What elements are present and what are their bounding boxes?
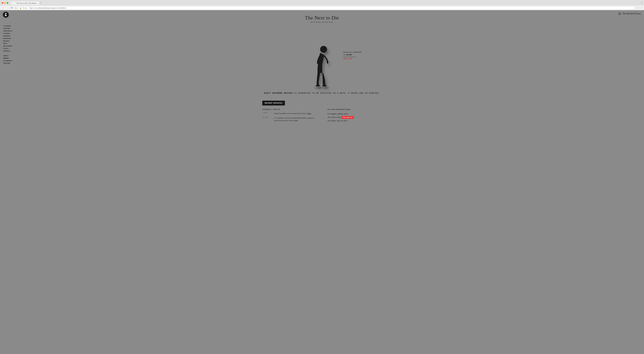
countdown-section: SCOTT RAYMOND DOZIER IS SCHEDULED TO BE … [264, 92, 380, 94]
annotation-line2: in Nevada [344, 54, 361, 56]
update-time-1: 1:54am [262, 112, 270, 114]
tab-title: The Next to Die | The Marsh... [16, 2, 38, 4]
url-display: https://www.themarshallproject.org/next-… [30, 7, 66, 9]
address-bar[interactable]: 🔒 Secure | https://www.themarshallprojec… [18, 6, 635, 9]
condemned-name: SCOTT RAYMOND DOZIER [264, 92, 292, 94]
sidebar-item-embed[interactable]: EMBED [3, 57, 16, 59]
browser-titlebar: 📄 The Next to Die | The Marsh... ✕ + ⠿ [0, 0, 644, 6]
sidebar-links: ABOUT EMBED FACEBOOK TWITTER [3, 55, 16, 64]
execution-annotation: Execution scheduled in Nevada READ MORE [344, 51, 361, 60]
sidebar-item-alabama[interactable]: ALABAMA [3, 25, 16, 27]
countdown-text: IS SCHEDULED TO BE EXECUTED IN [294, 92, 337, 94]
update-more-link-1[interactable]: More [308, 112, 311, 114]
sidebar-item-ohio[interactable]: OHIO [3, 43, 16, 44]
twitter-intro: For regular updates from [328, 113, 348, 115]
update-text-1: Danny Paul Bible was executed today in T… [274, 112, 311, 115]
traffic-lights [2, 2, 8, 4]
figure-section: Execution scheduled in Nevada READ MORE [275, 35, 369, 89]
page-subtitle: WATCHING DEATH ROW [0, 21, 644, 23]
refresh-button[interactable]: ↻ [10, 6, 14, 9]
sidebar: ALABAMA ARIZONA ARKANSAS FLORIDA GEORGIA… [0, 12, 19, 70]
svg-point-3 [322, 85, 326, 86]
maximize-button[interactable] [6, 2, 8, 4]
sidebar-item-about[interactable]: ABOUT [3, 55, 16, 56]
svg-point-2 [316, 85, 320, 86]
url-separator: | [28, 7, 28, 9]
sidebar-item-facebook[interactable]: FACEBOOK [3, 60, 16, 61]
update-item-1: 1:54am → Danny Paul Bible was executed t… [262, 112, 316, 115]
tab-favicon: 📄 [13, 2, 15, 4]
sidebar-item-nevada[interactable]: NEVADA [3, 40, 16, 42]
sidebar-item-twitter[interactable]: TWITTER [3, 62, 16, 64]
browser-addressbar: ← → ↻ ⌂ 🔒 Secure | https://www.themarsha… [0, 6, 644, 10]
sidebar-item-texas[interactable]: TEXAS [3, 48, 16, 49]
back-button[interactable]: ← [2, 6, 5, 9]
mp-logo-icon: ⚖ [618, 12, 621, 15]
updates-header: RECENT UPDATES [262, 101, 285, 106]
update-arrow-2: → [271, 117, 273, 118]
more-options-button[interactable]: ⋮ [640, 6, 642, 9]
update-time-2: 12:39am [262, 117, 270, 118]
twitter-italic-name: The Next to Die, [328, 116, 341, 118]
browser-chrome: 📄 The Next to Die | The Marsh... ✕ + ⠿ ←… [0, 0, 644, 10]
sidebar-item-arkansas[interactable]: ARKANSAS [3, 30, 16, 32]
browser-actions: ☆ ⋮ [637, 6, 642, 9]
sidebar-item-arizona[interactable]: ARIZONA [3, 28, 16, 29]
updates-grid: THURSDAY, JUNE 28 1:54am → Danny Paul Bi… [262, 109, 382, 124]
human-silhouette [310, 45, 334, 89]
home-button[interactable]: ⌂ [14, 6, 17, 9]
twitter-section: FOLLOW @THENEXTTODIE For regular updates… [324, 109, 382, 124]
window-control: ⠿ [641, 2, 642, 4]
minimize-button[interactable] [4, 2, 6, 4]
bookmark-button[interactable]: ☆ [637, 6, 639, 9]
twitter-rest: on Twitter. You can also [328, 120, 347, 122]
figure-silhouette: Execution scheduled in Nevada READ MORE [310, 45, 334, 89]
updates-date: THURSDAY, JUNE 28 [262, 109, 316, 110]
page-container: ⚖ The Marshall Project ALABAMA ARIZONA A… [0, 10, 644, 354]
sidebar-states: ALABAMA ARIZONA ARKANSAS FLORIDA GEORGIA… [3, 25, 16, 52]
marshall-project-logo[interactable]: ⚖ The Marshall Project [618, 12, 641, 15]
sidebar-item-virginia[interactable]: VIRGINIA [3, 50, 16, 52]
updates-section: RECENT UPDATES THURSDAY, JUNE 28 1:54am … [259, 101, 385, 124]
sidebar-item-oklahoma[interactable]: OKLAHOMA [3, 45, 16, 47]
lock-icon: 🔒 [20, 7, 22, 9]
new-tab-button[interactable]: + [40, 1, 42, 5]
follow-us-button[interactable]: FOLLOW US [341, 116, 354, 119]
page-title: The Next to Die [0, 15, 644, 21]
active-tab[interactable]: 📄 The Next to Die | The Marsh... ✕ [11, 1, 40, 5]
forward-button[interactable]: → [6, 6, 10, 9]
twitter-text: For regular updates from The Next to Die… [328, 112, 382, 122]
countdown-time: 8 DAYS, 8 HOURS AND 40 MINUTES. [337, 92, 380, 94]
update-text-2: U.S. Supreme Court has declined Danny Bi… [274, 117, 316, 122]
sidebar-item-missouri[interactable]: MISSOURI [3, 38, 16, 39]
update-arrow-1: → [271, 112, 273, 114]
update-item-2: 12:39am → U.S. Supreme Court has decline… [262, 117, 316, 122]
annotation-line1: Execution scheduled [344, 51, 361, 54]
sidebar-item-georgia[interactable]: GEORGIA [3, 35, 16, 37]
svg-point-1 [320, 46, 327, 53]
svg-point-4 [314, 87, 330, 89]
updates-left: THURSDAY, JUNE 28 1:54am → Danny Paul Bi… [262, 109, 320, 124]
sidebar-item-florida[interactable]: FLORIDA [3, 33, 16, 34]
secure-label: Secure [22, 7, 27, 9]
close-button[interactable] [2, 2, 3, 4]
mp-logo-text: The Marshall Project [622, 12, 641, 15]
twitter-handle: FOLLOW @THENEXTTODIE [328, 109, 382, 110]
browser-tabs: 📄 The Next to Die | The Marsh... ✕ + [11, 1, 42, 5]
main-content: Execution scheduled in Nevada READ MORE … [0, 26, 644, 124]
read-more-link[interactable]: READ MORE [344, 58, 352, 60]
page-header: The Next to Die WATCHING DEATH ROW [0, 10, 644, 26]
